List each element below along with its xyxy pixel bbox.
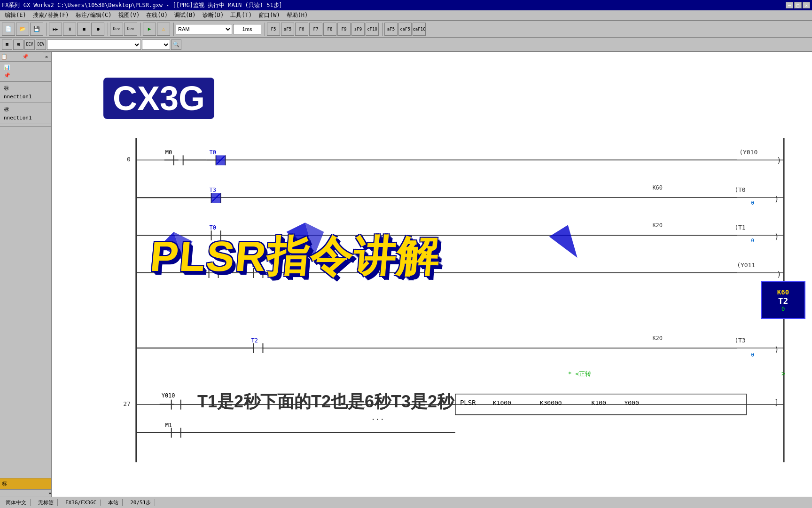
sidebar: 📋 📌 ✕ 📊 📌 标 nnection1 标 nnection1 标 » [0, 52, 52, 497]
ladder-area[interactable]: 0 M0 T0 (Y010 ) T3 [52, 52, 812, 497]
t2-box-label: T2 [778, 296, 789, 306]
toolbar-f8[interactable]: F8 [323, 23, 336, 36]
toolbar-sf5[interactable]: sF5 [281, 23, 294, 36]
toolbar-caf5[interactable]: caF5 [398, 23, 412, 36]
menu-view[interactable]: 视图(V) [116, 10, 143, 20]
svg-text:K60: K60 [652, 184, 663, 191]
menu-annotate[interactable]: 标注/编辑(C) [73, 10, 115, 20]
svg-rect-15 [216, 155, 226, 165]
toolbar-dev2[interactable]: Dev [124, 23, 137, 36]
tb2-search[interactable]: 🔍 [171, 40, 181, 50]
svg-text:): ) [774, 232, 779, 241]
svg-text:0: 0 [751, 352, 754, 358]
svg-text:PLSR: PLSR [460, 399, 476, 406]
title-bar: FX系列 GX Works2 C:\Users\10538\Desktop\PL… [0, 0, 812, 10]
sidebar-section1: 📊 📌 [0, 62, 51, 82]
toolbar-af5[interactable]: aF5 [384, 23, 398, 36]
main-area: 📋 📌 ✕ 📊 📌 标 nnection1 标 nnection1 标 » [0, 52, 812, 497]
tb2-btn2[interactable]: ⊞ [13, 40, 23, 50]
svg-text:(T3: (T3 [734, 337, 745, 344]
close-button[interactable]: ✕ [803, 2, 810, 8]
toolbar-sep4 [172, 23, 174, 36]
sidebar-label2: 标 [2, 105, 49, 114]
status-plc-type: FX3G/FX3GC [62, 500, 101, 506]
svg-text:): ) [777, 156, 781, 165]
svg-text:K1000: K1000 [493, 399, 511, 406]
menu-tools[interactable]: 工具(T) [227, 10, 255, 20]
toolbar-btn1[interactable]: ▶▶ [49, 23, 62, 36]
sidebar-conn2[interactable]: nnection1 [2, 114, 49, 122]
cx3g-logo: CX3G [103, 78, 214, 119]
memory-select[interactable]: RAM [176, 24, 232, 34]
toolbar-sep2 [106, 23, 108, 36]
toolbar-sep6 [381, 23, 383, 36]
overlay-title: PLSR指令讲解 [148, 235, 442, 278]
svg-text:]: ] [774, 398, 779, 407]
menu-window[interactable]: 窗口(W) [256, 10, 283, 20]
sidebar-expand-icon[interactable]: » [48, 491, 51, 496]
sidebar-conn1[interactable]: nnection1 [2, 93, 49, 101]
svg-text:27: 27 [123, 400, 131, 407]
t2-highlight-box: K60 T2 0 ↖ [761, 281, 805, 319]
toolbar-sep3 [139, 23, 141, 36]
window-title: FX系列 GX Works2 C:\Users\10538\Desktop\PL… [2, 1, 282, 9]
toolbar-run[interactable]: ▶ [143, 23, 156, 36]
svg-text:...: ... [371, 413, 384, 422]
menu-diag[interactable]: 诊断(D) [200, 10, 227, 20]
svg-text:T0: T0 [210, 149, 216, 156]
status-bar: 简体中文 无标签 FX3G/FX3GC 本站 20/51步 [0, 497, 812, 508]
time-input[interactable] [233, 24, 261, 34]
svg-text:): ) [777, 270, 781, 278]
svg-text:* <正转: * <正转 [568, 370, 591, 377]
svg-text:>: > [781, 370, 785, 377]
tb2-btn4[interactable]: DEV [36, 40, 46, 50]
toolbar-f9[interactable]: F9 [337, 23, 351, 36]
toolbar-caf10[interactable]: caF10 [413, 23, 426, 36]
tb2-select2[interactable] [142, 40, 170, 50]
menu-debug[interactable]: 调试(B) [172, 10, 199, 20]
toolbar-f6[interactable]: F6 [295, 23, 308, 36]
menu-edit[interactable]: 编辑(E) [2, 10, 29, 20]
sidebar-icon-item2[interactable]: 📌 [2, 71, 49, 79]
sidebar-icon-item1[interactable]: 📊 [2, 64, 49, 71]
minimize-button[interactable]: ─ [786, 2, 793, 8]
toolbar-open[interactable]: 📂 [16, 23, 29, 36]
menu-bar: 编辑(E) 搜索/替换(F) 标注/编辑(C) 视图(V) 在线(O) 调试(B… [0, 10, 812, 21]
svg-text:Y010: Y010 [162, 392, 175, 399]
maximize-button[interactable]: □ [794, 2, 802, 8]
menu-help[interactable]: 帮助(H) [284, 10, 311, 20]
menu-search[interactable]: 搜索/替换(F) [30, 10, 72, 20]
sidebar-bottom-btn[interactable]: 标 [0, 478, 51, 489]
svg-text:0: 0 [751, 200, 754, 206]
svg-text:): ) [774, 345, 779, 354]
toolbar-warn[interactable]: ⚠ [157, 23, 170, 36]
toolbar-sep5 [263, 23, 265, 36]
sidebar-label1: 标 [2, 84, 49, 93]
svg-text:K20: K20 [652, 222, 663, 229]
svg-text:T3: T3 [210, 187, 216, 193]
sidebar-close[interactable]: ✕ [43, 53, 50, 60]
overlay-subtitle: T1是2秒下面的T2也是6秒T3是2秒 [197, 390, 454, 413]
toolbar-btn2[interactable]: ⏸ [63, 23, 76, 36]
svg-text:Y000: Y000 [624, 399, 639, 406]
svg-text:(T0: (T0 [734, 186, 745, 193]
toolbar-btn3[interactable]: ⏹ [77, 23, 90, 36]
tb2-select[interactable] [47, 40, 141, 50]
toolbar-new[interactable]: 📄 [2, 23, 15, 36]
toolbar-cf10[interactable]: cF10 [366, 23, 379, 36]
toolbar-f5[interactable]: F5 [267, 23, 280, 36]
sidebar-icon1: 📋 [1, 54, 8, 60]
tb2-btn1[interactable]: ≡ [2, 40, 12, 50]
tb2-btn3[interactable]: DEV [24, 40, 35, 50]
svg-text:K20: K20 [652, 335, 663, 341]
svg-text:M0: M0 [165, 149, 172, 156]
toolbar-sf9[interactable]: sF9 [351, 23, 365, 36]
toolbar-f7[interactable]: F7 [309, 23, 322, 36]
toolbar-save[interactable]: 💾 [30, 23, 43, 36]
svg-text:0: 0 [751, 238, 754, 244]
sidebar-spacer [0, 126, 51, 478]
toolbar-dev1[interactable]: Dev [110, 23, 123, 36]
svg-text:K100: K100 [592, 399, 606, 406]
menu-online[interactable]: 在线(O) [143, 10, 171, 20]
toolbar-btn4[interactable]: ⏺ [91, 23, 104, 36]
